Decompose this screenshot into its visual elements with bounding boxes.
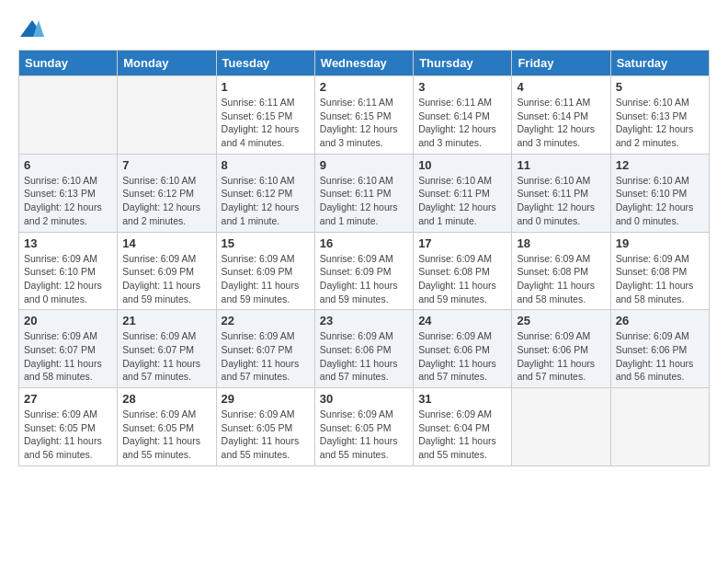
calendar-cell: 29Sunrise: 6:09 AM Sunset: 6:05 PM Dayli… bbox=[216, 388, 314, 466]
day-info: Sunrise: 6:09 AM Sunset: 6:08 PM Dayligh… bbox=[517, 252, 605, 306]
day-number: 15 bbox=[222, 236, 310, 250]
day-info: Sunrise: 6:09 AM Sunset: 6:09 PM Dayligh… bbox=[222, 252, 310, 306]
day-number: 14 bbox=[122, 236, 210, 250]
day-number: 6 bbox=[24, 158, 112, 172]
day-info: Sunrise: 6:10 AM Sunset: 6:10 PM Dayligh… bbox=[616, 174, 704, 228]
day-header-thursday: Thursday bbox=[414, 51, 512, 76]
day-number: 13 bbox=[24, 236, 112, 250]
day-info: Sunrise: 6:09 AM Sunset: 6:05 PM Dayligh… bbox=[24, 408, 112, 462]
day-number: 28 bbox=[122, 392, 210, 406]
calendar-cell: 24Sunrise: 6:09 AM Sunset: 6:06 PM Dayli… bbox=[414, 310, 512, 388]
calendar-cell bbox=[610, 388, 709, 466]
calendar-cell: 6Sunrise: 6:10 AM Sunset: 6:13 PM Daylig… bbox=[19, 154, 118, 232]
day-info: Sunrise: 6:11 AM Sunset: 6:14 PM Dayligh… bbox=[418, 96, 506, 150]
day-info: Sunrise: 6:11 AM Sunset: 6:14 PM Dayligh… bbox=[517, 96, 605, 150]
day-info: Sunrise: 6:09 AM Sunset: 6:05 PM Dayligh… bbox=[122, 408, 210, 462]
day-info: Sunrise: 6:10 AM Sunset: 6:12 PM Dayligh… bbox=[122, 174, 210, 228]
day-number: 11 bbox=[517, 158, 605, 172]
calendar-cell: 30Sunrise: 6:09 AM Sunset: 6:05 PM Dayli… bbox=[314, 388, 413, 466]
day-number: 27 bbox=[24, 392, 112, 406]
calendar-cell: 31Sunrise: 6:09 AM Sunset: 6:04 PM Dayli… bbox=[414, 388, 512, 466]
day-info: Sunrise: 6:09 AM Sunset: 6:06 PM Dayligh… bbox=[616, 329, 704, 384]
day-number: 22 bbox=[222, 314, 310, 327]
day-info: Sunrise: 6:09 AM Sunset: 6:06 PM Dayligh… bbox=[320, 329, 408, 384]
calendar-cell: 14Sunrise: 6:09 AM Sunset: 6:09 PM Dayli… bbox=[118, 232, 216, 310]
day-number: 7 bbox=[122, 158, 210, 172]
day-number: 25 bbox=[517, 314, 605, 327]
calendar-cell: 23Sunrise: 6:09 AM Sunset: 6:06 PM Dayli… bbox=[314, 310, 413, 388]
calendar-cell: 19Sunrise: 6:09 AM Sunset: 6:08 PM Dayli… bbox=[610, 232, 709, 310]
day-number: 10 bbox=[418, 158, 506, 172]
day-info: Sunrise: 6:09 AM Sunset: 6:08 PM Dayligh… bbox=[418, 252, 506, 306]
calendar-week-row: 6Sunrise: 6:10 AM Sunset: 6:13 PM Daylig… bbox=[19, 154, 710, 232]
calendar-cell: 27Sunrise: 6:09 AM Sunset: 6:05 PM Dayli… bbox=[19, 388, 118, 466]
day-info: Sunrise: 6:09 AM Sunset: 6:08 PM Dayligh… bbox=[616, 252, 704, 306]
day-number: 3 bbox=[418, 80, 506, 94]
day-info: Sunrise: 6:10 AM Sunset: 6:13 PM Dayligh… bbox=[24, 174, 112, 228]
calendar-cell: 9Sunrise: 6:10 AM Sunset: 6:11 PM Daylig… bbox=[314, 154, 413, 232]
day-number: 9 bbox=[320, 158, 408, 172]
calendar-cell: 20Sunrise: 6:09 AM Sunset: 6:07 PM Dayli… bbox=[19, 310, 118, 388]
calendar-cell: 12Sunrise: 6:10 AM Sunset: 6:10 PM Dayli… bbox=[610, 154, 709, 232]
logo-icon bbox=[18, 18, 46, 40]
calendar-table: SundayMondayTuesdayWednesdayThursdayFrid… bbox=[18, 50, 710, 466]
calendar-week-row: 20Sunrise: 6:09 AM Sunset: 6:07 PM Dayli… bbox=[19, 310, 710, 388]
calendar-cell bbox=[512, 388, 610, 466]
day-number: 26 bbox=[616, 314, 704, 327]
calendar-cell: 4Sunrise: 6:11 AM Sunset: 6:14 PM Daylig… bbox=[512, 76, 610, 155]
day-info: Sunrise: 6:09 AM Sunset: 6:07 PM Dayligh… bbox=[24, 329, 112, 384]
day-info: Sunrise: 6:09 AM Sunset: 6:05 PM Dayligh… bbox=[320, 408, 408, 462]
day-number: 30 bbox=[320, 392, 408, 406]
day-header-saturday: Saturday bbox=[610, 51, 709, 76]
calendar-cell: 18Sunrise: 6:09 AM Sunset: 6:08 PM Dayli… bbox=[512, 232, 610, 310]
day-info: Sunrise: 6:09 AM Sunset: 6:06 PM Dayligh… bbox=[517, 329, 605, 384]
calendar-cell: 26Sunrise: 6:09 AM Sunset: 6:06 PM Dayli… bbox=[610, 310, 709, 388]
calendar-cell: 17Sunrise: 6:09 AM Sunset: 6:08 PM Dayli… bbox=[414, 232, 512, 310]
day-number: 8 bbox=[222, 158, 310, 172]
day-info: Sunrise: 6:10 AM Sunset: 6:13 PM Dayligh… bbox=[616, 96, 704, 150]
calendar-cell: 13Sunrise: 6:09 AM Sunset: 6:10 PM Dayli… bbox=[19, 232, 118, 310]
page-header bbox=[18, 18, 710, 40]
day-number: 16 bbox=[320, 236, 408, 250]
calendar-week-row: 27Sunrise: 6:09 AM Sunset: 6:05 PM Dayli… bbox=[19, 388, 710, 466]
calendar-week-row: 1Sunrise: 6:11 AM Sunset: 6:15 PM Daylig… bbox=[19, 76, 710, 155]
calendar-cell: 25Sunrise: 6:09 AM Sunset: 6:06 PM Dayli… bbox=[512, 310, 610, 388]
day-header-tuesday: Tuesday bbox=[216, 51, 314, 76]
day-number: 18 bbox=[517, 236, 605, 250]
day-header-friday: Friday bbox=[512, 51, 610, 76]
day-info: Sunrise: 6:09 AM Sunset: 6:07 PM Dayligh… bbox=[122, 329, 210, 384]
day-number: 5 bbox=[616, 80, 704, 94]
calendar-header-row: SundayMondayTuesdayWednesdayThursdayFrid… bbox=[19, 51, 710, 76]
calendar-cell bbox=[118, 76, 216, 155]
day-info: Sunrise: 6:10 AM Sunset: 6:12 PM Dayligh… bbox=[222, 174, 310, 228]
day-info: Sunrise: 6:11 AM Sunset: 6:15 PM Dayligh… bbox=[222, 96, 310, 150]
day-info: Sunrise: 6:10 AM Sunset: 6:11 PM Dayligh… bbox=[320, 174, 408, 228]
day-info: Sunrise: 6:11 AM Sunset: 6:15 PM Dayligh… bbox=[320, 96, 408, 150]
calendar-cell: 5Sunrise: 6:10 AM Sunset: 6:13 PM Daylig… bbox=[610, 76, 709, 155]
calendar-cell: 8Sunrise: 6:10 AM Sunset: 6:12 PM Daylig… bbox=[216, 154, 314, 232]
day-header-sunday: Sunday bbox=[19, 51, 118, 76]
calendar-cell: 28Sunrise: 6:09 AM Sunset: 6:05 PM Dayli… bbox=[118, 388, 216, 466]
calendar-cell: 10Sunrise: 6:10 AM Sunset: 6:11 PM Dayli… bbox=[414, 154, 512, 232]
day-info: Sunrise: 6:10 AM Sunset: 6:11 PM Dayligh… bbox=[418, 174, 506, 228]
calendar-cell: 21Sunrise: 6:09 AM Sunset: 6:07 PM Dayli… bbox=[118, 310, 216, 388]
day-info: Sunrise: 6:10 AM Sunset: 6:11 PM Dayligh… bbox=[517, 174, 605, 228]
calendar-cell bbox=[19, 76, 118, 155]
day-number: 19 bbox=[616, 236, 704, 250]
day-info: Sunrise: 6:09 AM Sunset: 6:07 PM Dayligh… bbox=[222, 329, 310, 384]
day-header-wednesday: Wednesday bbox=[314, 51, 413, 76]
day-number: 23 bbox=[320, 314, 408, 327]
day-header-monday: Monday bbox=[118, 51, 216, 76]
logo bbox=[18, 18, 50, 40]
calendar-cell: 1Sunrise: 6:11 AM Sunset: 6:15 PM Daylig… bbox=[216, 76, 314, 155]
calendar-cell: 7Sunrise: 6:10 AM Sunset: 6:12 PM Daylig… bbox=[118, 154, 216, 232]
calendar-cell: 3Sunrise: 6:11 AM Sunset: 6:14 PM Daylig… bbox=[414, 76, 512, 155]
calendar-cell: 11Sunrise: 6:10 AM Sunset: 6:11 PM Dayli… bbox=[512, 154, 610, 232]
day-info: Sunrise: 6:09 AM Sunset: 6:05 PM Dayligh… bbox=[222, 408, 310, 462]
day-info: Sunrise: 6:09 AM Sunset: 6:10 PM Dayligh… bbox=[24, 252, 112, 306]
day-number: 24 bbox=[418, 314, 506, 327]
day-info: Sunrise: 6:09 AM Sunset: 6:09 PM Dayligh… bbox=[320, 252, 408, 306]
day-number: 21 bbox=[122, 314, 210, 327]
calendar-cell: 15Sunrise: 6:09 AM Sunset: 6:09 PM Dayli… bbox=[216, 232, 314, 310]
day-number: 20 bbox=[24, 314, 112, 327]
